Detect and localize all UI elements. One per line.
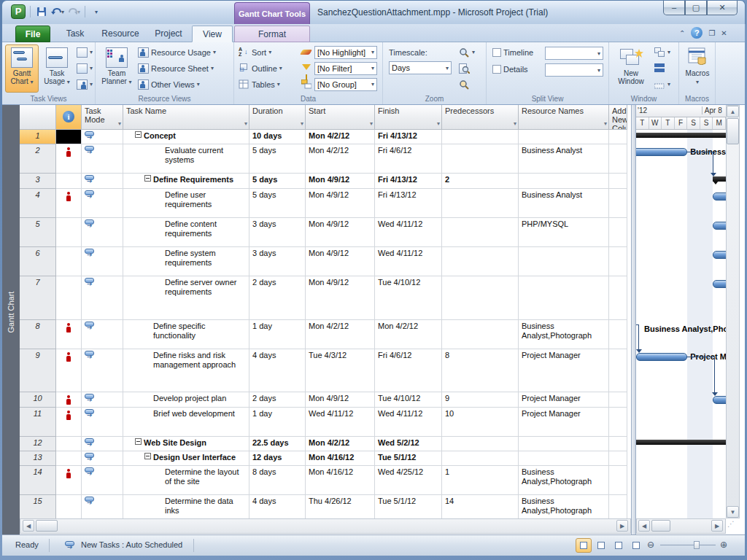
cell-indicator[interactable]	[56, 495, 82, 518]
cell-duration[interactable]: 10 days	[249, 130, 306, 144]
collapse-icon[interactable]	[144, 175, 151, 182]
cell-duration[interactable]: 22.5 days	[249, 437, 306, 451]
scroll-up-arrow[interactable]: ▲	[727, 106, 739, 117]
table-hscroll-thumb[interactable]	[36, 520, 58, 532]
cell-predecessors[interactable]: 10	[442, 408, 519, 437]
hide-window-button[interactable]: ▾	[654, 77, 670, 91]
cell-start[interactable]: Mon 4/16/12	[306, 466, 375, 495]
zoom-entire-project-button[interactable]	[459, 61, 470, 75]
cell-duration[interactable]: 3 days	[249, 218, 306, 247]
task-bar[interactable]	[713, 396, 726, 404]
cell-finish[interactable]: Fri 4/6/12	[375, 144, 442, 174]
cell-duration[interactable]: 5 days	[249, 189, 306, 218]
cell-predecessors[interactable]	[442, 276, 519, 320]
column-header-resource-names[interactable]: Resource Names▾	[519, 105, 609, 130]
cell-finish[interactable]: Wed 4/11/12	[375, 408, 442, 437]
cell-start[interactable]: Mon 4/2/12	[306, 144, 375, 174]
gantt-scroll-right-arrow[interactable]: ▶	[711, 520, 723, 532]
cell-task-mode[interactable]: ➔	[82, 218, 123, 247]
collapse-icon[interactable]	[135, 131, 142, 138]
cell-duration[interactable]: 5 days	[249, 144, 306, 174]
cell-start[interactable]: Mon 4/2/12	[306, 437, 375, 451]
cell-task-name[interactable]: Define specific functionality	[123, 320, 249, 349]
cell-resource-names[interactable]	[519, 247, 609, 276]
cell-predecessors[interactable]: 9	[442, 392, 519, 408]
cell-finish[interactable]: Fri 4/13/12	[375, 189, 442, 218]
zoom-slider-thumb[interactable]	[694, 541, 700, 549]
save-icon[interactable]	[35, 5, 48, 18]
row-id[interactable]: 15	[20, 495, 56, 518]
column-header-finish[interactable]: Finish▾	[375, 105, 442, 130]
cell-predecessors[interactable]	[442, 437, 519, 451]
redo-icon[interactable]: ▾	[67, 5, 80, 18]
cell-finish[interactable]: Wed 5/2/12	[375, 437, 442, 451]
row-id[interactable]: 7	[20, 276, 56, 320]
cell-resource-names[interactable]	[519, 174, 609, 189]
gantt-scroll-left-arrow[interactable]: ◀	[638, 520, 650, 532]
cell-add-new-column[interactable]	[609, 276, 627, 320]
row-id[interactable]: 11	[20, 408, 56, 437]
cell-duration[interactable]: 4 days	[249, 349, 306, 392]
cell-resource-names[interactable]: Business Analyst,Photograph	[519, 466, 609, 495]
cell-indicator[interactable]	[56, 174, 82, 189]
vertical-scrollbar[interactable]: ▲▼	[726, 105, 745, 518]
filter-dropdown-icon[interactable]: ▾	[604, 120, 607, 127]
cell-predecessors[interactable]	[442, 320, 519, 349]
row-id[interactable]: 6	[20, 247, 56, 276]
maximize-button[interactable]: ▢	[685, 1, 707, 15]
cell-indicator[interactable]	[56, 451, 82, 466]
cell-task-mode[interactable]: ➔	[82, 466, 123, 495]
cell-task-mode[interactable]: ➔	[82, 174, 123, 189]
cell-task-name[interactable]: Define content requirements	[123, 218, 249, 247]
task-bar[interactable]	[713, 192, 726, 201]
cell-task-name[interactable]: Define system requirements	[123, 247, 249, 276]
cell-add-new-column[interactable]	[609, 218, 627, 247]
cell-duration[interactable]: 1 day	[249, 320, 306, 349]
undo-icon[interactable]: ▾	[51, 5, 64, 18]
cell-task-name[interactable]: Define risks and risk management approac…	[123, 349, 249, 392]
row-id[interactable]: 3	[20, 174, 56, 189]
cell-task-name[interactable]: Design User Interface	[123, 451, 249, 466]
cell-task-mode[interactable]: ➔	[82, 276, 123, 320]
cell-resource-names[interactable]	[519, 130, 609, 144]
summary-bar[interactable]	[636, 133, 726, 138]
customize-qat-icon[interactable]: ▾	[90, 5, 103, 18]
details-dropdown[interactable]: ▾	[545, 63, 603, 77]
tab-file[interactable]: File	[15, 26, 50, 42]
cell-task-name[interactable]: Evaluate current systems	[123, 144, 249, 174]
cell-finish[interactable]: Fri 4/13/12	[375, 130, 442, 144]
cell-start[interactable]: Tue 4/3/12	[306, 349, 375, 392]
gantt-view-shortcut[interactable]	[576, 538, 592, 553]
cell-task-name[interactable]: Concept	[123, 130, 249, 144]
cell-resource-names[interactable]: PHP/MYSQL	[519, 218, 609, 247]
cell-add-new-column[interactable]	[609, 349, 627, 392]
cell-add-new-column[interactable]	[609, 495, 627, 518]
cell-start[interactable]: Wed 4/11/12	[306, 408, 375, 437]
cell-finish[interactable]: Tue 5/1/12	[375, 495, 442, 518]
cell-duration[interactable]: 1 day	[249, 408, 306, 437]
resource-usage-button[interactable]: Resource Usage ▾	[138, 45, 216, 59]
cell-add-new-column[interactable]	[609, 130, 627, 144]
column-header-task-name[interactable]: Task Name▾	[123, 105, 249, 130]
cell-finish[interactable]: Wed 4/25/12	[375, 466, 442, 495]
cell-finish[interactable]: Tue 4/10/12	[375, 276, 442, 320]
cell-task-name[interactable]: Define server owner requirements	[123, 276, 249, 320]
row-id[interactable]: 5	[20, 218, 56, 247]
cell-start[interactable]: Mon 4/9/12	[306, 218, 375, 247]
timeline-checkbox[interactable]	[492, 48, 501, 57]
tab-resource[interactable]: Resource	[96, 26, 145, 42]
cell-finish[interactable]: Mon 4/2/12	[375, 320, 442, 349]
cell-finish[interactable]: Tue 5/1/12	[375, 451, 442, 466]
row-id[interactable]: 2	[20, 144, 56, 174]
cell-resource-names[interactable]	[519, 276, 609, 320]
tab-task[interactable]: Task	[55, 26, 96, 42]
cell-add-new-column[interactable]	[609, 144, 627, 174]
calendar-button[interactable]: ▾	[77, 61, 93, 75]
close-button[interactable]: ✕	[707, 1, 738, 15]
other-task-views-button[interactable]: ▾	[77, 77, 93, 91]
row-id[interactable]: 4	[20, 189, 56, 218]
table-scroll-left-arrow[interactable]: ◀	[23, 520, 34, 532]
cell-add-new-column[interactable]	[609, 437, 627, 451]
cell-task-mode[interactable]: ➔	[82, 247, 123, 276]
task-bar[interactable]	[636, 148, 687, 156]
